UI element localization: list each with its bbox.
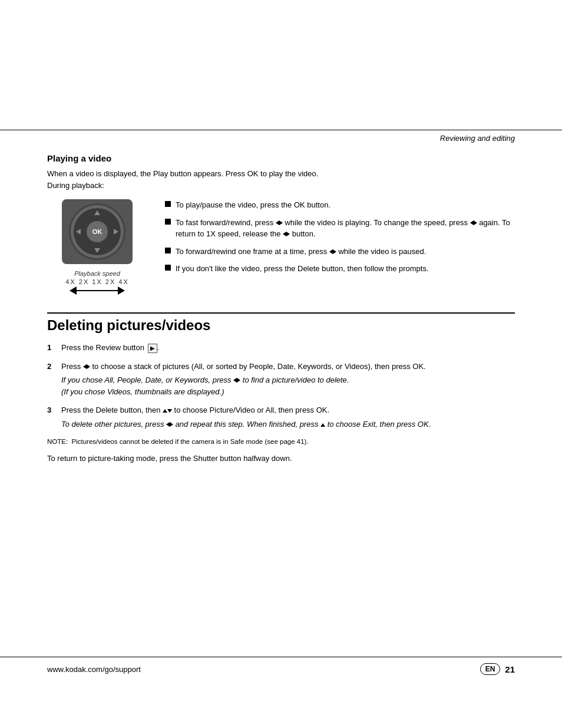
big-arrow-left (70, 286, 77, 295)
step2i-right (237, 378, 240, 383)
step-content-2: Press to choose a stack of pictures (All… (61, 361, 515, 398)
section-header-title: Reviewing and editing (440, 134, 515, 143)
bullet-item-1: To play/pause the video, press the OK bu… (165, 199, 515, 211)
deleting-title: Deleting pictures/videos (47, 312, 515, 334)
playing-video-section: Playing a video When a video is displaye… (47, 153, 515, 295)
step-content-1: Press the Review button ▶. (61, 342, 515, 354)
step3i-up (320, 423, 325, 427)
bullet-square-2 (165, 219, 171, 225)
playback-arrow-row (70, 286, 125, 295)
camera-ok-ring: OK (74, 208, 121, 255)
step3-down-arrow (167, 409, 172, 413)
nav-bottom-arrow (94, 248, 100, 253)
playing-video-intro: When a video is displayed, the Play butt… (47, 168, 515, 191)
footer-url: www.kodak.com/go/support (47, 665, 141, 674)
note-link[interactable]: see page 41 (267, 438, 304, 445)
review-button-icon: ▶ (148, 344, 157, 353)
big-arrow-right (118, 286, 125, 295)
inline-right-arrow-4 (333, 249, 336, 254)
nav-right-arrow (114, 229, 118, 235)
bullet-item-4: If you don't like the video, press the D… (165, 263, 515, 275)
deleting-section: Deleting pictures/videos 1 Press the Rev… (47, 312, 515, 465)
inline-right-arrow (279, 220, 283, 225)
arrow-line (77, 290, 118, 291)
bullet-square-3 (165, 248, 171, 253)
return-text: To return to picture-taking mode, press … (47, 453, 515, 465)
step-num-2: 2 (47, 361, 55, 398)
step3-up-arrow (163, 409, 167, 413)
bullet-text-4: If you don't like the video, press the D… (176, 263, 429, 275)
footer-right: EN 21 (480, 663, 515, 675)
ok-button: OK (87, 221, 108, 242)
step-3: 3 Press the Delete button, then to choos… (47, 404, 515, 430)
content-area: Playing a video When a video is displaye… (0, 153, 562, 465)
step2-italic: If you chose All, People, Date, or Keywo… (61, 374, 515, 397)
bullet-item-2: To fast forward/rewind, press while the … (165, 217, 515, 240)
right-column: To play/pause the video, press the OK bu… (165, 199, 515, 295)
bullet-list: To play/pause the video, press the OK bu… (165, 199, 515, 275)
camera-button-image: OK (62, 199, 133, 264)
bullet-text-3: To forward/rewind one frame at a time, p… (176, 246, 426, 258)
inline-right-arrow-3 (286, 232, 290, 236)
playback-caption: Playback speed (74, 270, 120, 277)
bullet-square-4 (165, 265, 171, 271)
steps-list: 1 Press the Review button ▶. 2 Press to … (47, 342, 515, 430)
top-space (0, 0, 562, 130)
nav-left-arrow (76, 229, 81, 235)
page-number: 21 (505, 664, 515, 674)
bullet-text-1: To play/pause the video, press the OK bu… (176, 199, 330, 211)
section-header-row: Reviewing and editing (0, 130, 562, 143)
step2-right-arrow (87, 364, 90, 369)
step-1: 1 Press the Review button ▶. (47, 342, 515, 354)
footer: www.kodak.com/go/support EN 21 (0, 657, 562, 681)
inline-right-arrow-2 (474, 220, 477, 225)
step-num-3: 3 (47, 404, 55, 430)
playback-speeds: 4X 2X 1X 2X 4X (65, 278, 129, 285)
nav-top-arrow (94, 210, 100, 215)
playing-video-title: Playing a video (47, 153, 515, 163)
step-num-1: 1 (47, 342, 55, 354)
bullet-square-1 (165, 201, 171, 207)
bullet-text-2: To fast forward/rewind, press while the … (176, 217, 515, 240)
left-column: OK Playback speed 4X 2X 1X 2X 4X (47, 199, 147, 295)
step3i-right (170, 422, 173, 427)
step3-italic: To delete other pictures, press and repe… (61, 419, 515, 430)
page-container: Reviewing and editing Playing a video Wh… (0, 0, 562, 728)
step-2: 2 Press to choose a stack of pictures (A… (47, 361, 515, 398)
lang-badge: EN (480, 663, 501, 675)
bullet-item-3: To forward/rewind one frame at a time, p… (165, 246, 515, 258)
playing-video-content: OK Playback speed 4X 2X 1X 2X 4X (47, 199, 515, 295)
note-text: NOTE: Pictures/videos cannot be deleted … (47, 437, 515, 447)
step-content-3: Press the Delete button, then to choose … (61, 404, 515, 430)
